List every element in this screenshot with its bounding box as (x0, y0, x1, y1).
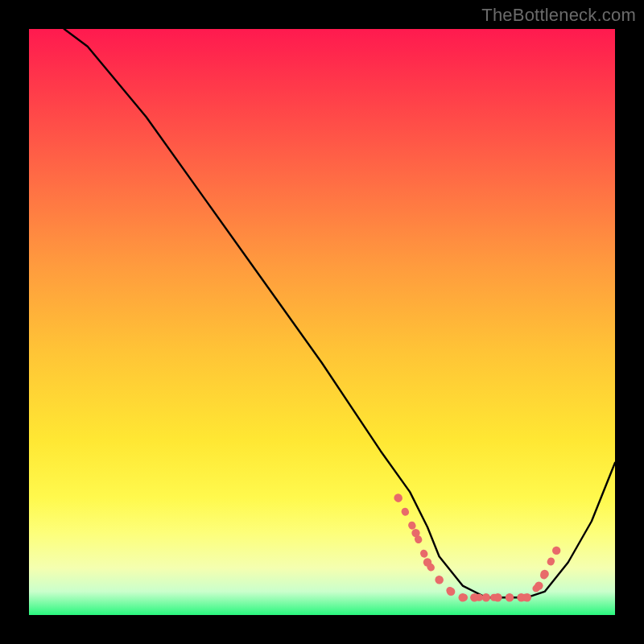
optimal-range-dot (482, 593, 490, 601)
optimal-range-dot (394, 493, 402, 502)
optimal-range-dash (398, 497, 557, 597)
optimal-range-dot (470, 593, 478, 601)
optimal-range-dot (552, 547, 560, 555)
optimal-range-dot (411, 529, 419, 537)
optimal-range-dot (459, 593, 467, 601)
optimal-range-dot (493, 593, 502, 601)
watermark-text: TheBottleneck.com (481, 5, 636, 26)
plot-area (29, 29, 615, 615)
optimal-range-dot (435, 576, 443, 584)
optimal-range-dot (540, 570, 548, 578)
optimal-range-dot (423, 558, 431, 566)
optimal-range-dot (506, 593, 514, 601)
optimal-range-dot (447, 588, 455, 596)
optimal-range-dot (523, 593, 531, 601)
bottleneck-curve-line (64, 29, 615, 597)
curve-layer (29, 29, 615, 615)
chart-stage: TheBottleneck.com (0, 0, 644, 644)
optimal-range-dot (535, 581, 543, 589)
